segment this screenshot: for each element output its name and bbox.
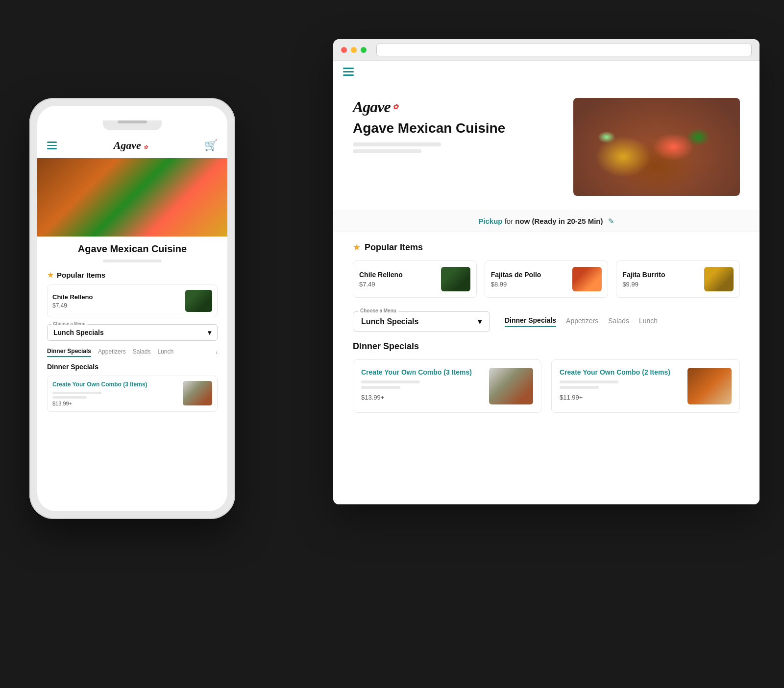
mobile-hero-image [37,158,227,237]
mobile-dinner-item-1-thumb [183,381,212,405]
mobile-dinner-item-1[interactable]: Create Your Own Combo (3 Items) $13.99+ [47,376,218,412]
mobile-hamburger-button[interactable] [47,142,57,149]
phone-status-bar [37,106,227,120]
mobile-popular-item-1[interactable]: Chile Relleno $7.49 [47,285,218,317]
mobile-dinner-item-1-lines [52,392,147,399]
mobile-menu-dropdown[interactable]: Choose a Menu Lunch Specials ▾ [47,324,218,341]
mobile-menu-dropdown-label: Choose a Menu [51,321,87,326]
mobile-dinner-item-1-name: Create Your Own Combo (3 Items) [52,381,147,389]
mobile-tab-dinner-specials[interactable]: Dinner Specials [47,348,91,357]
phone-notch [103,120,162,130]
mobile-popular-header: ★ Popular Items [47,270,218,280]
mobile-menu-dropdown-value: Lunch Specials [53,329,104,336]
mobile-popular-item-1-info: Chile Relleno $7.49 [52,293,93,309]
mobile-restaurant-logo: Agave ✿ [114,139,148,152]
mobile-content: ★ Popular Items Chile Relleno $7.49 Choo… [37,265,227,511]
mobile-dinner-item-1-info: Create Your Own Combo (3 Items) $13.99+ [52,381,147,406]
mobile-popular-title: Popular Items [57,271,105,279]
mobile-tab-appetizers[interactable]: Appetizers [98,348,126,356]
mobile-title-underline [103,260,162,262]
mobile-dinner-item-1-price: $13.99+ [52,401,147,406]
mobile-more-tabs-icon[interactable]: › [216,349,218,356]
mobile-chevron-down-icon: ▾ [208,329,211,336]
mobile-popular-item-1-thumb [185,290,212,312]
mobile-dinner-section-title: Dinner Specials [47,363,218,371]
mobile-popular-item-1-price: $7.49 [52,302,93,309]
mobile-tab-salads[interactable]: Salads [133,348,151,356]
mobile-phone: Agave ✿ 🛒 Agave Mexican Cuisine ★ Popula… [29,98,235,519]
mobile-restaurant-title: Agave Mexican Cuisine [37,237,227,257]
mobile-popular-item-1-name: Chile Relleno [52,293,93,301]
phone-nav: Agave ✿ 🛒 [37,135,227,158]
mobile-tab-lunch[interactable]: Lunch [157,348,173,356]
mobile-star-icon: ★ [47,270,54,280]
phone-speaker [118,120,147,123]
mobile-tabs: Dinner Specials Appetizers Salads Lunch … [47,348,218,357]
mobile-cart-button[interactable]: 🛒 [204,139,218,152]
phone-screen: Agave ✿ 🛒 Agave Mexican Cuisine ★ Popula… [37,106,227,511]
